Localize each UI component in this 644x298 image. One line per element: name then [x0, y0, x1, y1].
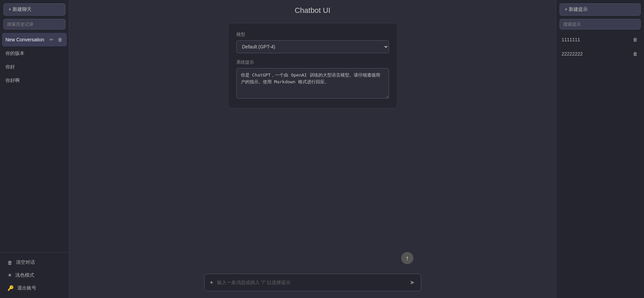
- sidebar-bottom-item-light-mode[interactable]: ☀浅色模式: [2, 269, 67, 282]
- left-sidebar: + 新建聊天 New Conversation✏🗑你的版本你好你好啊 🗑清空对话…: [0, 0, 69, 298]
- delete-prompt-button[interactable]: 🗑: [632, 36, 639, 43]
- conversation-item-label: 你好啊: [5, 78, 63, 84]
- light-mode-icon: ☀: [7, 272, 12, 278]
- settings-card: 模型 Default (GPT-4)GPT-3.5GPT-4 系统提示: [228, 23, 397, 108]
- prompt-item[interactable]: 1111111🗑: [558, 33, 642, 46]
- conversation-item-label: 你好: [5, 64, 63, 70]
- chat-input-wrapper: ✦ ➤: [204, 274, 421, 291]
- new-prompt-button[interactable]: + 新建提示: [560, 3, 641, 16]
- send-button[interactable]: ➤: [408, 278, 416, 287]
- search-history-input[interactable]: [3, 19, 65, 29]
- conversation-item-actions: ✏🗑: [48, 36, 63, 43]
- delete-conversation-button[interactable]: 🗑: [57, 36, 63, 43]
- sidebar-bottom-item-clear[interactable]: 🗑清空对话: [2, 256, 67, 269]
- logout-label: 退出账号: [17, 285, 36, 291]
- prompt-item-label: 1111111: [562, 37, 632, 42]
- conversation-item-label: New Conversation: [5, 37, 48, 42]
- light-mode-label: 浅色模式: [15, 272, 34, 278]
- system-prompt-textarea[interactable]: [236, 68, 389, 99]
- conversation-item[interactable]: 你的版本: [2, 47, 67, 60]
- prompt-item-label: 22222222: [562, 51, 632, 57]
- app-title: Chatbot UI: [69, 6, 556, 15]
- model-label: 模型: [236, 31, 389, 38]
- sidebar-bottom: 🗑清空对话☀浅色模式🔑退出账号: [0, 252, 69, 298]
- clear-label: 清空对话: [16, 259, 35, 265]
- conversation-item[interactable]: 你好啊: [2, 74, 67, 87]
- conversation-item-label: 你的版本: [5, 50, 63, 57]
- conversation-item[interactable]: New Conversation✏🗑: [2, 33, 67, 46]
- scroll-to-bottom-button[interactable]: ↑: [401, 252, 413, 264]
- conversation-item[interactable]: 你好: [2, 61, 67, 73]
- prompt-item[interactable]: 22222222🗑: [558, 47, 642, 61]
- conversation-list: New Conversation✏🗑你的版本你好你好啊: [0, 33, 69, 252]
- sidebar-bottom-item-logout[interactable]: 🔑退出账号: [2, 282, 67, 295]
- prompt-list: 1111111🗑22222222🗑: [556, 33, 644, 298]
- new-chat-button[interactable]: + 新建聊天: [3, 3, 65, 16]
- logout-icon: 🔑: [7, 285, 14, 291]
- edit-conversation-button[interactable]: ✏: [48, 36, 55, 43]
- main-header: Chatbot UI: [69, 0, 556, 20]
- system-prompt-label: 系统提示: [236, 59, 389, 65]
- main-content: Chatbot UI 模型 Default (GPT-4)GPT-3.5GPT-…: [69, 0, 556, 298]
- right-sidebar: + 新建提示 1111111🗑22222222🗑: [556, 0, 644, 298]
- delete-prompt-button[interactable]: 🗑: [632, 50, 639, 57]
- chat-input-area: ✦ ➤: [204, 274, 421, 291]
- chat-input[interactable]: [217, 280, 408, 285]
- search-prompt-input[interactable]: [560, 19, 641, 29]
- sparkle-icon: ✦: [209, 279, 214, 286]
- model-select[interactable]: Default (GPT-4)GPT-3.5GPT-4: [236, 40, 389, 53]
- clear-icon: 🗑: [7, 260, 13, 265]
